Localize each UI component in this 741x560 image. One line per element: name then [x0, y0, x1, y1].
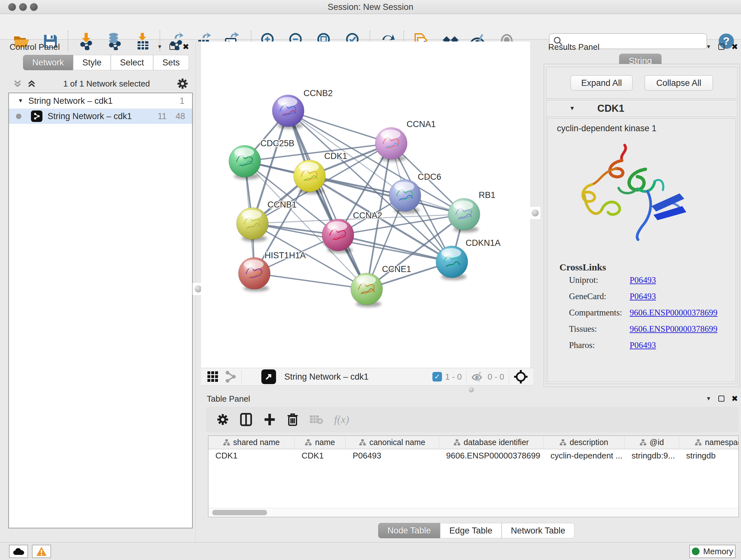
selected-nodes-checkbox[interactable]: ✓	[432, 372, 442, 381]
collection-name: String Network – cdk1	[28, 96, 180, 106]
current-network-title: String Network – cdk1	[284, 372, 432, 382]
network-node-count: 11	[158, 111, 166, 121]
results-actions-box: Expand All Collapse All	[546, 67, 738, 99]
crosslink-tissues[interactable]: 9606.ENSP00000378699	[630, 324, 718, 334]
hidden-counts: 0 - 0	[488, 372, 504, 382]
network-collection-row[interactable]: ▼ String Network – cdk1 1	[9, 93, 192, 109]
tab-sets[interactable]: Sets	[153, 55, 189, 70]
right-divider-handle[interactable]	[529, 206, 541, 220]
table-row[interactable]: CDK1 CDK1 P06493 9606.ENSP00000378699 cy…	[208, 449, 738, 462]
network-edge-CCNB2-CCNA1[interactable]	[288, 111, 391, 143]
crosslinks-heading: CrossLinks	[559, 262, 736, 273]
network-edge-CCNB2-CCNE1[interactable]	[288, 111, 367, 289]
table-panel-close-icon[interactable]: ✖	[731, 395, 738, 402]
results-panel-title: Results Panel	[548, 42, 599, 52]
network-node-HIST1H1A[interactable]: HIST1H1A	[239, 251, 306, 292]
main-toolbar: ?	[0, 14, 741, 40]
warnings-button[interactable]	[32, 545, 51, 558]
gene-description: cyclin-dependent kinase 1	[557, 124, 736, 133]
network-view-canvas[interactable]: CCNB2CCNA1CDC25BCDK1CDC6RB1CCNB1CCNA2CDK…	[201, 42, 530, 368]
tree-expand-icon[interactable]: ▼	[18, 98, 23, 104]
table-tabs: Node Table Edge Table Network Table	[378, 523, 575, 538]
network-row[interactable]: String Network – cdk1 11 48	[9, 109, 192, 124]
tab-network[interactable]: Network	[23, 55, 73, 70]
right-panel-divider[interactable]	[530, 42, 540, 368]
column-header-shared-name[interactable]: shared name	[208, 436, 294, 449]
network-node-CCNB2[interactable]: CCNB2	[272, 88, 333, 129]
tab-style[interactable]: Style	[73, 55, 111, 70]
network-node-CCNB1[interactable]: CCNB1	[237, 200, 297, 242]
selected-counts: 1 - 0	[445, 372, 462, 382]
expand-all-button[interactable]: Expand All	[570, 75, 632, 91]
network-node-CCNA1[interactable]: CCNA1	[375, 119, 436, 162]
network-edge-CCNA2-CDKN1A[interactable]	[338, 235, 452, 262]
scrollbar-thumb[interactable]	[212, 510, 267, 515]
network-view-toolbar: String Network – cdk1 ✓ 1 - 0 0 - 0	[201, 368, 533, 386]
column-header-namespace[interactable]: namespace	[679, 436, 739, 449]
crosslink-uniprot[interactable]: P06493	[630, 275, 656, 285]
network-edge-count: 48	[176, 111, 185, 121]
memory-label: Memory	[703, 547, 733, 557]
status-bar: Memory	[0, 542, 741, 560]
open-in-window-icon[interactable]	[261, 369, 276, 384]
control-panel-close-icon[interactable]: ✖	[183, 43, 189, 51]
crosslink-label: Compartments:	[569, 308, 630, 318]
horizontal-divider-handle[interactable]	[468, 387, 474, 392]
network-node-RB1[interactable]: RB1	[448, 190, 495, 233]
node-label-CCNB1: CCNB1	[267, 200, 297, 209]
control-panel-float-icon[interactable]: ▼	[157, 44, 162, 50]
collapse-all-button[interactable]: Collapse All	[645, 75, 713, 91]
expand-all-icon[interactable]	[27, 79, 37, 88]
node-label-HIST1H1A: HIST1H1A	[265, 251, 306, 260]
delete-column-trash-icon[interactable]	[287, 413, 298, 427]
cloud-status-button[interactable]	[9, 545, 28, 558]
tab-edge-table[interactable]: Edge Table	[440, 523, 502, 538]
column-header-name[interactable]: name	[294, 436, 346, 449]
column-header-canonical-name[interactable]: canonical name	[346, 436, 439, 449]
collapse-all-icon[interactable]	[13, 79, 22, 88]
gene-section-header[interactable]: ▼ CDK1	[546, 100, 737, 117]
crosslink-genecard[interactable]: P06493	[630, 292, 656, 301]
fit-selected-crosshair-icon[interactable]	[514, 369, 528, 384]
network-node-CDKN1A[interactable]: CDKN1A	[436, 238, 501, 280]
column-header-description[interactable]: description	[543, 436, 624, 449]
create-column-icon[interactable]	[263, 413, 276, 427]
tab-select[interactable]: Select	[111, 55, 153, 70]
control-panel-title: Control Panel	[10, 42, 60, 52]
network-name: String Network – cdk1	[48, 111, 158, 121]
crosslink-label: Pharos:	[569, 340, 630, 350]
tab-node-table[interactable]: Node Table	[378, 523, 440, 538]
function-builder-icon: f(x)	[334, 414, 349, 426]
table-panel-maximize-icon[interactable]	[718, 395, 724, 401]
table-options-gear-icon[interactable]	[217, 414, 229, 426]
crosslink-label: Tissues:	[569, 324, 630, 334]
node-label-CDKN1A: CDKN1A	[466, 238, 501, 248]
column-header-id[interactable]: @id	[624, 436, 679, 449]
table-horizontal-scrollbar[interactable]	[208, 508, 738, 517]
show-columns-icon[interactable]	[240, 413, 253, 427]
table-toolbar: f(x)	[206, 407, 739, 432]
network-overview-icon[interactable]	[224, 370, 237, 383]
results-panel-maximize-icon[interactable]	[718, 44, 724, 50]
memory-status-dot	[692, 548, 699, 555]
network-status-dot	[16, 114, 21, 119]
node-label-CCNE1: CCNE1	[382, 264, 411, 274]
control-panel-maximize-icon[interactable]	[170, 44, 176, 50]
column-header-database-identifier[interactable]: database identifier	[439, 436, 543, 449]
results-panel-float-icon[interactable]: ▼	[706, 44, 711, 50]
birdseye-grid-icon[interactable]	[207, 371, 219, 383]
gene-collapse-icon[interactable]: ▼	[569, 105, 575, 112]
memory-button[interactable]: Memory	[689, 545, 736, 558]
network-node-CCNE1[interactable]: CCNE1	[351, 264, 411, 307]
warning-icon	[36, 547, 47, 556]
table-panel-float-icon[interactable]: ▼	[706, 395, 711, 402]
crosslink-compartments[interactable]: 9606.ENSP00000378699	[630, 308, 718, 318]
network-edge-HIST1H1A-CCNE1[interactable]	[254, 273, 367, 289]
network-options-gear-icon[interactable]	[177, 78, 188, 89]
node-label-CDC25B: CDC25B	[260, 138, 294, 148]
tab-network-table[interactable]: Network Table	[502, 523, 575, 538]
crosslink-pharos[interactable]: P06493	[630, 340, 656, 350]
node-table: shared name name canonical name database…	[208, 435, 739, 517]
node-label-CDC6: CDC6	[418, 172, 441, 182]
results-panel-close-icon[interactable]: ✖	[731, 43, 738, 51]
